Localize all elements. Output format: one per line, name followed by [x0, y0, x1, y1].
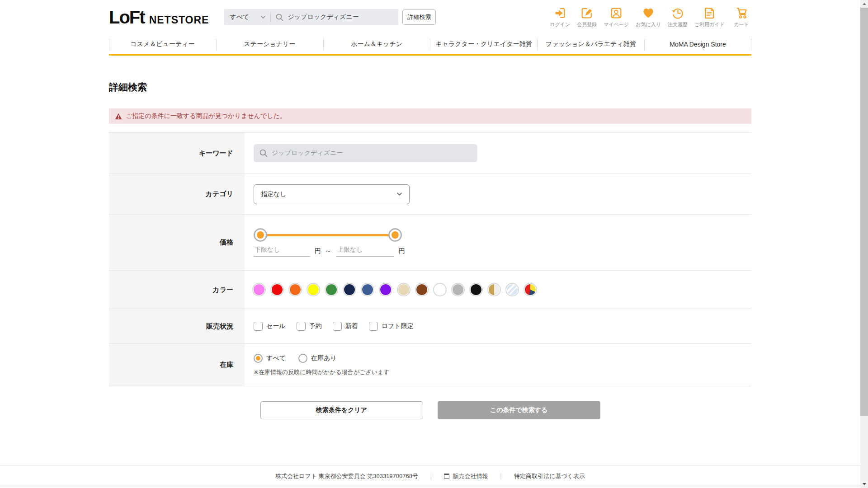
register-link[interactable]: 会員登録 [577, 6, 597, 28]
price-max-input[interactable] [336, 246, 394, 257]
color-swatch-green[interactable] [326, 284, 337, 295]
category-select[interactable]: 指定なし [254, 184, 410, 204]
color-swatch-multicolor[interactable] [525, 284, 536, 295]
color-swatch-beige[interactable] [398, 284, 409, 295]
price-label: 価格 [109, 215, 245, 270]
checkbox-loft-limited[interactable]: ロフト限定 [369, 322, 414, 331]
color-swatch-gold-silver[interactable] [489, 284, 500, 295]
order-history-link[interactable]: 注文履歴 [668, 6, 688, 28]
nav-item-home-kitchen[interactable]: ホーム＆キッチン [323, 34, 430, 54]
color-swatch-clear[interactable] [507, 284, 518, 295]
color-swatch-purple[interactable] [380, 284, 391, 295]
color-swatches [254, 284, 751, 295]
price-min-input[interactable] [254, 246, 310, 257]
radio-stock-in-stock[interactable]: 在庫あり [298, 354, 337, 363]
checkbox-label: ロフト限定 [382, 322, 414, 330]
checkbox-box[interactable] [297, 322, 306, 331]
detail-search-button[interactable]: 詳細検索 [402, 9, 436, 25]
price-max-handle[interactable] [388, 228, 402, 242]
color-swatch-white[interactable] [434, 284, 445, 295]
guide-label: ご利用ガイド [694, 21, 725, 28]
checkbox-box[interactable] [333, 322, 342, 331]
mypage-icon [609, 6, 623, 20]
guide-icon [703, 6, 716, 20]
radio-stock-all[interactable]: すべて [254, 354, 286, 363]
checkbox-new[interactable]: 新着 [333, 322, 358, 331]
color-swatch-blue[interactable] [362, 284, 373, 295]
scrollbar[interactable] [860, 0, 868, 488]
nav-item-character[interactable]: キャラクター・クリエイター雑貨 [430, 34, 537, 54]
keyword-row: キーワード ジップロックディズニー [109, 132, 751, 174]
search-form: キーワード ジップロックディズニー カテゴリ 指定なし [109, 132, 751, 386]
guide-link[interactable]: ご利用ガイド [694, 6, 725, 28]
category-row: カテゴリ 指定なし [109, 174, 751, 214]
header-search-input[interactable]: ジップロックディズニー [271, 9, 398, 25]
window-icon [444, 474, 449, 479]
color-label: カラー [109, 271, 245, 309]
category-selected-value: 指定なし [261, 190, 287, 198]
search-icon [276, 14, 283, 21]
nav-item-cosme[interactable]: コスメ＆ビューティー [109, 34, 216, 54]
cart-label: カート [734, 21, 749, 28]
no-results-message: ご指定の条件に一致する商品が見つかりませんでした。 [126, 112, 286, 120]
logo-netstore-text: NETSTORE [149, 14, 209, 26]
login-link[interactable]: ログイン [550, 6, 570, 28]
radio-label: 在庫あり [311, 354, 337, 362]
register-label: 会員登録 [577, 21, 597, 28]
stock-note: ※在庫情報の反映に時間がかかる場合がございます [254, 368, 751, 376]
color-swatch-red[interactable] [272, 284, 283, 295]
mypage-link[interactable]: マイページ [604, 6, 629, 28]
stock-options: すべて 在庫あり [254, 354, 751, 363]
yen-unit-min: 円 [315, 247, 321, 255]
form-actions: 検索条件をクリア この条件で検索する [109, 401, 751, 419]
price-min-handle[interactable] [254, 228, 267, 242]
footer-divider: │ [429, 473, 433, 479]
radio-circle[interactable] [298, 354, 307, 363]
checkbox-sale[interactable]: セール [254, 322, 286, 331]
nav-item-stationery[interactable]: ステーショナリー [216, 34, 323, 54]
loft-logo[interactable]: LoFt NETSTORE [109, 8, 209, 26]
scrollbar-down-arrow[interactable] [860, 480, 868, 488]
order-history-icon [671, 6, 684, 20]
keyword-label: キーワード [109, 133, 245, 174]
color-row: カラー [109, 270, 751, 309]
footer-link-label: 販売会社情報 [453, 472, 488, 480]
category-label: カテゴリ [109, 174, 245, 214]
search-category-value: すべて [230, 13, 249, 21]
search-with-conditions-button[interactable]: この条件で検索する [438, 401, 600, 419]
no-results-alert: ご指定の条件に一致する商品が見つかりませんでした。 [109, 108, 751, 124]
warning-icon [115, 113, 122, 120]
checkbox-reservation[interactable]: 予約 [297, 322, 322, 331]
keyword-input[interactable]: ジップロックディズニー [254, 144, 477, 162]
sales-status-row: 販売状況 セール 予約 新着 [109, 309, 751, 343]
color-swatch-pink[interactable] [254, 284, 264, 295]
color-swatch-gray[interactable] [453, 284, 463, 295]
color-swatch-yellow[interactable] [308, 284, 319, 295]
slider-track[interactable] [257, 234, 398, 236]
search-category-select[interactable]: すべて [224, 9, 270, 25]
color-swatch-orange[interactable] [290, 284, 301, 295]
checkbox-box[interactable] [254, 322, 263, 331]
checkbox-box[interactable] [369, 322, 378, 331]
stock-row: 在庫 すべて 在庫あり ※在庫情報の反映に時間がかかる場合がございます [109, 343, 751, 386]
cart-link[interactable]: カート [731, 6, 751, 28]
scrollbar-thumb[interactable] [860, 8, 868, 416]
footer-company-text: 株式会社ロフト 東京都公安委員会 第303319700768号 [275, 472, 418, 480]
color-swatch-navy[interactable] [344, 284, 355, 295]
scrollbar-up-arrow[interactable] [860, 0, 868, 8]
color-swatch-brown[interactable] [416, 284, 427, 295]
clear-conditions-button[interactable]: 検索条件をクリア [260, 401, 423, 419]
color-swatch-black[interactable] [471, 284, 481, 295]
main-content: 詳細検索 ご指定の条件に一致する商品が見つかりませんでした。 キーワード ジップ… [109, 81, 751, 419]
favorites-link[interactable]: お気に入り [636, 6, 661, 28]
radio-circle[interactable] [254, 354, 263, 363]
nav-item-moma[interactable]: MoMA Design Store [644, 34, 751, 54]
keyword-value: ジップロックディズニー [272, 149, 343, 157]
favorites-heart-icon [642, 6, 655, 20]
footer-link-tokushoho[interactable]: 特定商取引法に基づく表示 [514, 472, 585, 480]
search-icon [259, 149, 268, 157]
price-range-slider [254, 228, 402, 242]
footer-link-seller-info[interactable]: 販売会社情報 [444, 472, 488, 480]
cart-icon [735, 6, 748, 20]
nav-item-fashion[interactable]: ファッション＆バラエティ雑貨 [537, 34, 644, 54]
